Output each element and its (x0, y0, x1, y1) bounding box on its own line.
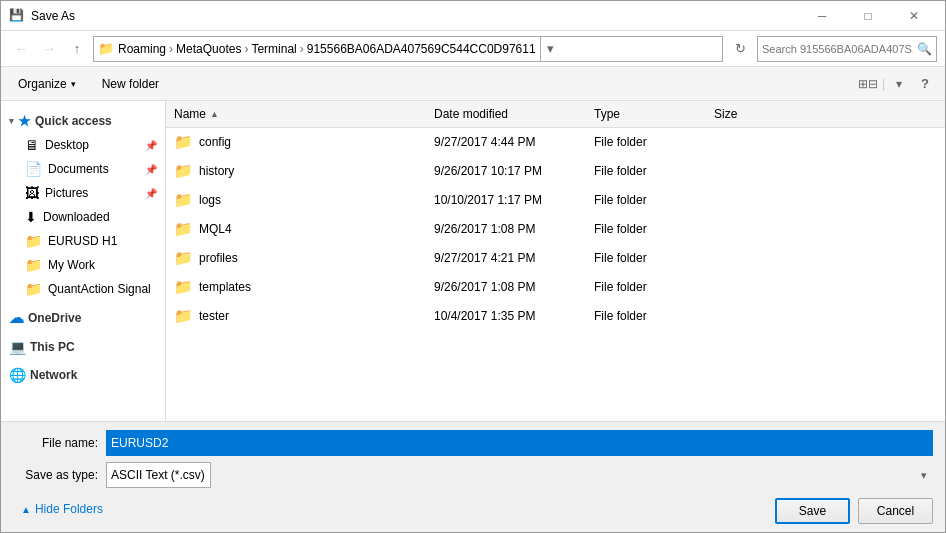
table-row[interactable]: 📁 MQL4 9/26/2017 1:08 PM File folder (166, 215, 945, 244)
downloaded-icon: ⬇ (25, 209, 37, 225)
column-name-header[interactable]: Name ▲ (166, 105, 426, 123)
folder-item-icon: 📁 (174, 249, 193, 267)
cancel-button[interactable]: Cancel (858, 498, 933, 524)
network-section: 🌐 Network (1, 363, 165, 387)
table-row[interactable]: 📁 config 9/27/2017 4:44 PM File folder (166, 128, 945, 157)
file-type-cell: File folder (586, 191, 706, 209)
quick-access-section: ▾ ★ Quick access 🖥 Desktop 📌 📄 Documents… (1, 109, 165, 301)
file-name-text: logs (199, 193, 221, 207)
back-button[interactable]: ← (9, 37, 33, 61)
thispc-icon: 💻 (9, 339, 26, 355)
file-size-cell (706, 140, 786, 144)
table-row[interactable]: 📁 profiles 9/27/2017 4:21 PM File folder (166, 244, 945, 273)
file-date-cell: 9/27/2017 4:21 PM (426, 249, 586, 267)
organize-button[interactable]: Organize ▾ (9, 71, 85, 97)
view-dropdown-button[interactable]: ▾ (887, 72, 911, 96)
column-type-header[interactable]: Type (586, 105, 706, 123)
savetype-row: Save as type: ASCII Text (*.csv) (13, 462, 933, 488)
savetype-select[interactable]: ASCII Text (*.csv) (106, 462, 211, 488)
new-folder-button[interactable]: New folder (93, 71, 168, 97)
forward-button[interactable]: → (37, 37, 61, 61)
crumb-terminal: Terminal (251, 42, 296, 56)
maximize-button[interactable]: □ (845, 1, 891, 31)
window-icon: 💾 (9, 8, 25, 24)
up-button[interactable]: ↑ (65, 37, 89, 61)
save-as-window: 💾 Save As ─ □ ✕ ← → ↑ 📁 Roaming › MetaQu… (0, 0, 946, 533)
sidebar-item-desktop[interactable]: 🖥 Desktop 📌 (1, 133, 165, 157)
col-name-label: Name (174, 107, 206, 121)
file-date-cell: 10/4/2017 1:35 PM (426, 307, 586, 325)
network-item[interactable]: 🌐 Network (1, 363, 165, 387)
filename-label: File name: (13, 436, 98, 450)
view-toggle-button[interactable]: ⊞⊟ (856, 72, 880, 96)
address-toolbar: ← → ↑ 📁 Roaming › MetaQuotes › Terminal … (1, 31, 945, 67)
title-bar-controls: ─ □ ✕ (799, 1, 937, 31)
sidebar-item-pictures-label: Pictures (45, 186, 88, 200)
sidebar-item-eurusd-label: EURUSD H1 (48, 234, 117, 248)
search-box[interactable]: 🔍 (757, 36, 937, 62)
desktop-icon: 🖥 (25, 137, 39, 153)
close-button[interactable]: ✕ (891, 1, 937, 31)
column-date-header[interactable]: Date modified (426, 105, 586, 123)
file-date-cell: 10/10/2017 1:17 PM (426, 191, 586, 209)
file-name-text: tester (199, 309, 229, 323)
quick-access-star-icon: ★ (18, 113, 31, 129)
network-icon: 🌐 (9, 367, 26, 383)
thispc-item[interactable]: 💻 This PC (1, 335, 165, 359)
organize-label: Organize (18, 77, 67, 91)
sidebar-item-eurusd[interactable]: 📁 EURUSD H1 (1, 229, 165, 253)
file-date-cell: 9/26/2017 1:08 PM (426, 278, 586, 296)
sidebar-item-mywork[interactable]: 📁 My Work (1, 253, 165, 277)
hide-folders-button[interactable]: ▲ Hide Folders (13, 498, 111, 520)
thispc-label: This PC (30, 340, 75, 354)
quantaction-folder-icon: 📁 (25, 281, 42, 297)
folder-item-icon: 📁 (174, 307, 193, 325)
filename-input[interactable] (106, 430, 933, 456)
address-breadcrumb: Roaming › MetaQuotes › Terminal › 915566… (118, 42, 536, 56)
view-buttons: ⊞⊟ | ▾ ? (856, 72, 937, 96)
sidebar-item-pictures[interactable]: 🖼 Pictures 📌 (1, 181, 165, 205)
crumb-sep-2: › (244, 42, 248, 56)
sidebar-item-downloaded[interactable]: ⬇ Downloaded (1, 205, 165, 229)
column-size-header[interactable]: Size (706, 105, 786, 123)
savetype-wrapper: ASCII Text (*.csv) (106, 462, 933, 488)
file-name-cell: 📁 logs (166, 189, 426, 211)
col-date-label: Date modified (434, 107, 508, 121)
command-bar: Organize ▾ New folder ⊞⊟ | ▾ ? (1, 67, 945, 101)
title-bar: 💾 Save As ─ □ ✕ (1, 1, 945, 31)
sidebar-item-documents[interactable]: 📄 Documents 📌 (1, 157, 165, 181)
address-bar[interactable]: 📁 Roaming › MetaQuotes › Terminal › 9155… (93, 36, 723, 62)
new-folder-label: New folder (102, 77, 159, 91)
documents-icon: 📄 (25, 161, 42, 177)
save-button[interactable]: Save (775, 498, 850, 524)
sort-arrow-icon: ▲ (210, 109, 219, 119)
file-rows-container: 📁 config 9/27/2017 4:44 PM File folder 📁… (166, 128, 945, 331)
file-name-cell: 📁 MQL4 (166, 218, 426, 240)
file-name-cell: 📁 history (166, 160, 426, 182)
mywork-folder-icon: 📁 (25, 257, 42, 273)
file-size-cell (706, 169, 786, 173)
table-row[interactable]: 📁 templates 9/26/2017 1:08 PM File folde… (166, 273, 945, 302)
main-content: ▾ ★ Quick access 🖥 Desktop 📌 📄 Documents… (1, 101, 945, 421)
desktop-pin-icon: 📌 (145, 140, 157, 151)
onedrive-item[interactable]: ☁ OneDrive (1, 305, 165, 331)
address-dropdown-button[interactable]: ▾ (540, 36, 560, 62)
file-size-cell (706, 285, 786, 289)
table-row[interactable]: 📁 logs 10/10/2017 1:17 PM File folder (166, 186, 945, 215)
help-button[interactable]: ? (913, 72, 937, 96)
bottom-area: File name: Save as type: ASCII Text (*.c… (1, 421, 945, 532)
col-size-label: Size (714, 107, 737, 121)
table-row[interactable]: 📁 tester 10/4/2017 1:35 PM File folder (166, 302, 945, 331)
savetype-label: Save as type: (13, 468, 98, 482)
refresh-button[interactable]: ↻ (727, 36, 753, 62)
table-row[interactable]: 📁 history 9/26/2017 10:17 PM File folder (166, 157, 945, 186)
folder-item-icon: 📁 (174, 220, 193, 238)
minimize-button[interactable]: ─ (799, 1, 845, 31)
search-input[interactable] (762, 43, 913, 55)
sidebar-item-quantaction[interactable]: 📁 QuantAction Signal (1, 277, 165, 301)
quick-access-header[interactable]: ▾ ★ Quick access (1, 109, 165, 133)
file-type-cell: File folder (586, 307, 706, 325)
col-type-label: Type (594, 107, 620, 121)
file-type-cell: File folder (586, 249, 706, 267)
file-type-cell: File folder (586, 278, 706, 296)
